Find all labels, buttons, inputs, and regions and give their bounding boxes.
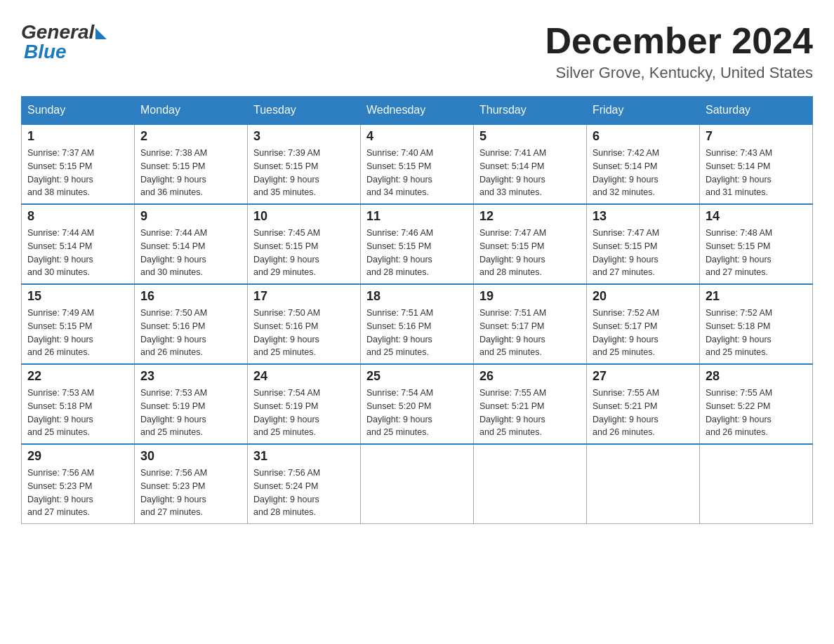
calendar-day-cell: 10 Sunrise: 7:45 AM Sunset: 5:15 PM Dayl… xyxy=(248,204,361,284)
day-number: 6 xyxy=(593,129,694,144)
calendar-day-cell: 2 Sunrise: 7:38 AM Sunset: 5:15 PM Dayli… xyxy=(135,124,248,204)
day-info: Sunrise: 7:41 AM Sunset: 5:14 PM Dayligh… xyxy=(479,147,581,199)
day-number: 8 xyxy=(27,209,128,224)
calendar-day-cell: 4 Sunrise: 7:40 AM Sunset: 5:15 PM Dayli… xyxy=(361,124,474,204)
day-info: Sunrise: 7:56 AM Sunset: 5:23 PM Dayligh… xyxy=(140,467,241,519)
day-number: 12 xyxy=(479,209,581,224)
calendar-day-cell: 16 Sunrise: 7:50 AM Sunset: 5:16 PM Dayl… xyxy=(135,284,248,364)
day-number: 20 xyxy=(593,289,694,304)
calendar-day-cell: 6 Sunrise: 7:42 AM Sunset: 5:14 PM Dayli… xyxy=(587,124,700,204)
day-info: Sunrise: 7:37 AM Sunset: 5:15 PM Dayligh… xyxy=(27,147,128,199)
day-info: Sunrise: 7:43 AM Sunset: 5:14 PM Dayligh… xyxy=(706,147,807,199)
calendar-day-cell: 26 Sunrise: 7:55 AM Sunset: 5:21 PM Dayl… xyxy=(474,364,587,444)
day-number: 5 xyxy=(479,129,581,144)
calendar-day-cell: 30 Sunrise: 7:56 AM Sunset: 5:23 PM Dayl… xyxy=(135,444,248,524)
calendar-day-cell: 3 Sunrise: 7:39 AM Sunset: 5:15 PM Dayli… xyxy=(248,124,361,204)
calendar-day-cell: 29 Sunrise: 7:56 AM Sunset: 5:23 PM Dayl… xyxy=(22,444,135,524)
calendar-day-cell: 27 Sunrise: 7:55 AM Sunset: 5:21 PM Dayl… xyxy=(587,364,700,444)
empty-cell xyxy=(474,444,587,524)
day-number: 13 xyxy=(593,209,694,224)
day-info: Sunrise: 7:56 AM Sunset: 5:23 PM Dayligh… xyxy=(27,467,128,519)
day-number: 31 xyxy=(253,449,355,464)
day-number: 7 xyxy=(706,129,807,144)
day-info: Sunrise: 7:50 AM Sunset: 5:16 PM Dayligh… xyxy=(140,307,241,359)
calendar-day-cell: 25 Sunrise: 7:54 AM Sunset: 5:20 PM Dayl… xyxy=(361,364,474,444)
calendar-day-cell: 24 Sunrise: 7:54 AM Sunset: 5:19 PM Dayl… xyxy=(248,364,361,444)
day-of-week-header: Saturday xyxy=(700,97,813,125)
calendar-day-cell: 22 Sunrise: 7:53 AM Sunset: 5:18 PM Dayl… xyxy=(22,364,135,444)
calendar-day-cell: 8 Sunrise: 7:44 AM Sunset: 5:14 PM Dayli… xyxy=(22,204,135,284)
page-header: General Blue December 2024 Silver Grove,… xyxy=(21,21,813,82)
day-number: 30 xyxy=(140,449,241,464)
calendar-day-cell: 13 Sunrise: 7:47 AM Sunset: 5:15 PM Dayl… xyxy=(587,204,700,284)
day-number: 21 xyxy=(706,289,807,304)
day-number: 28 xyxy=(706,369,807,384)
day-info: Sunrise: 7:44 AM Sunset: 5:14 PM Dayligh… xyxy=(140,227,241,279)
calendar-day-cell: 28 Sunrise: 7:55 AM Sunset: 5:22 PM Dayl… xyxy=(700,364,813,444)
day-of-week-header: Sunday xyxy=(22,97,135,125)
day-info: Sunrise: 7:55 AM Sunset: 5:21 PM Dayligh… xyxy=(479,387,581,439)
day-info: Sunrise: 7:54 AM Sunset: 5:20 PM Dayligh… xyxy=(366,387,468,439)
day-info: Sunrise: 7:46 AM Sunset: 5:15 PM Dayligh… xyxy=(366,227,468,279)
day-number: 17 xyxy=(253,289,355,304)
day-number: 10 xyxy=(253,209,355,224)
day-of-week-header: Friday xyxy=(587,97,700,125)
day-info: Sunrise: 7:48 AM Sunset: 5:15 PM Dayligh… xyxy=(706,227,807,279)
calendar-day-cell: 7 Sunrise: 7:43 AM Sunset: 5:14 PM Dayli… xyxy=(700,124,813,204)
empty-cell xyxy=(587,444,700,524)
day-info: Sunrise: 7:53 AM Sunset: 5:18 PM Dayligh… xyxy=(27,387,128,439)
calendar-day-cell: 31 Sunrise: 7:56 AM Sunset: 5:24 PM Dayl… xyxy=(248,444,361,524)
calendar-day-cell: 1 Sunrise: 7:37 AM Sunset: 5:15 PM Dayli… xyxy=(22,124,135,204)
empty-cell xyxy=(700,444,813,524)
day-number: 23 xyxy=(140,369,241,384)
day-info: Sunrise: 7:51 AM Sunset: 5:17 PM Dayligh… xyxy=(479,307,581,359)
day-number: 24 xyxy=(253,369,355,384)
calendar-day-cell: 14 Sunrise: 7:48 AM Sunset: 5:15 PM Dayl… xyxy=(700,204,813,284)
calendar-day-cell: 20 Sunrise: 7:52 AM Sunset: 5:17 PM Dayl… xyxy=(587,284,700,364)
day-number: 16 xyxy=(140,289,241,304)
day-info: Sunrise: 7:49 AM Sunset: 5:15 PM Dayligh… xyxy=(27,307,128,359)
day-info: Sunrise: 7:45 AM Sunset: 5:15 PM Dayligh… xyxy=(253,227,355,279)
calendar-day-cell: 21 Sunrise: 7:52 AM Sunset: 5:18 PM Dayl… xyxy=(700,284,813,364)
day-number: 27 xyxy=(593,369,694,384)
day-number: 14 xyxy=(706,209,807,224)
day-info: Sunrise: 7:52 AM Sunset: 5:17 PM Dayligh… xyxy=(593,307,694,359)
day-number: 19 xyxy=(479,289,581,304)
day-number: 4 xyxy=(366,129,468,144)
day-of-week-header: Tuesday xyxy=(248,97,361,125)
calendar-day-cell: 15 Sunrise: 7:49 AM Sunset: 5:15 PM Dayl… xyxy=(22,284,135,364)
calendar-day-cell: 12 Sunrise: 7:47 AM Sunset: 5:15 PM Dayl… xyxy=(474,204,587,284)
empty-cell xyxy=(361,444,474,524)
day-number: 25 xyxy=(366,369,468,384)
day-number: 2 xyxy=(140,129,241,144)
day-info: Sunrise: 7:50 AM Sunset: 5:16 PM Dayligh… xyxy=(253,307,355,359)
day-info: Sunrise: 7:47 AM Sunset: 5:15 PM Dayligh… xyxy=(479,227,581,279)
day-info: Sunrise: 7:42 AM Sunset: 5:14 PM Dayligh… xyxy=(593,147,694,199)
day-info: Sunrise: 7:47 AM Sunset: 5:15 PM Dayligh… xyxy=(593,227,694,279)
calendar-day-cell: 17 Sunrise: 7:50 AM Sunset: 5:16 PM Dayl… xyxy=(248,284,361,364)
day-info: Sunrise: 7:51 AM Sunset: 5:16 PM Dayligh… xyxy=(366,307,468,359)
day-info: Sunrise: 7:44 AM Sunset: 5:14 PM Dayligh… xyxy=(27,227,128,279)
day-info: Sunrise: 7:39 AM Sunset: 5:15 PM Dayligh… xyxy=(253,147,355,199)
logo-blue-text: Blue xyxy=(21,41,67,63)
logo-triangle-icon xyxy=(95,28,107,39)
day-of-week-header: Thursday xyxy=(474,97,587,125)
day-number: 26 xyxy=(479,369,581,384)
day-number: 22 xyxy=(27,369,128,384)
day-number: 9 xyxy=(140,209,241,224)
calendar-table: SundayMondayTuesdayWednesdayThursdayFrid… xyxy=(21,96,813,524)
day-info: Sunrise: 7:56 AM Sunset: 5:24 PM Dayligh… xyxy=(253,467,355,519)
day-info: Sunrise: 7:54 AM Sunset: 5:19 PM Dayligh… xyxy=(253,387,355,439)
calendar-day-cell: 18 Sunrise: 7:51 AM Sunset: 5:16 PM Dayl… xyxy=(361,284,474,364)
day-number: 15 xyxy=(27,289,128,304)
day-number: 29 xyxy=(27,449,128,464)
calendar-day-cell: 9 Sunrise: 7:44 AM Sunset: 5:14 PM Dayli… xyxy=(135,204,248,284)
day-info: Sunrise: 7:38 AM Sunset: 5:15 PM Dayligh… xyxy=(140,147,241,199)
location-title: Silver Grove, Kentucky, United States xyxy=(545,64,813,82)
calendar-day-cell: 5 Sunrise: 7:41 AM Sunset: 5:14 PM Dayli… xyxy=(474,124,587,204)
title-section: December 2024 Silver Grove, Kentucky, Un… xyxy=(545,21,813,82)
calendar-day-cell: 23 Sunrise: 7:53 AM Sunset: 5:19 PM Dayl… xyxy=(135,364,248,444)
day-of-week-header: Monday xyxy=(135,97,248,125)
day-info: Sunrise: 7:55 AM Sunset: 5:22 PM Dayligh… xyxy=(706,387,807,439)
day-info: Sunrise: 7:40 AM Sunset: 5:15 PM Dayligh… xyxy=(366,147,468,199)
